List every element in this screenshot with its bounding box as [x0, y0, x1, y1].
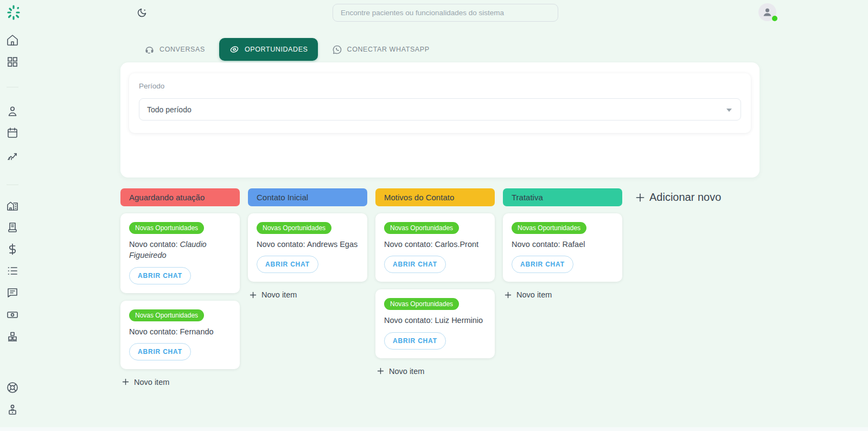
contact-name: Fernando [180, 327, 214, 336]
funnel-icon [229, 44, 240, 55]
chat-icon[interactable] [6, 286, 19, 299]
plus-icon [376, 367, 385, 375]
receipt-icon[interactable] [6, 221, 19, 234]
plus-icon [635, 192, 646, 203]
card-title: Novo contato: Luiz Herminio [384, 315, 486, 326]
abrir-chat-button[interactable]: ABRIR CHAT [129, 343, 191, 360]
card-badge: Novas Oportunidades [129, 222, 204, 234]
kanban-column: Motivos do Contato Novas Oportunidades N… [375, 188, 495, 376]
chevron-down-icon [726, 109, 732, 112]
column-header: Aguardando atuação [120, 188, 240, 206]
abrir-chat-button[interactable]: ABRIR CHAT [512, 256, 573, 273]
column-header: Contato Inicial [248, 188, 367, 206]
kanban-card[interactable]: Novas Oportunidades Novo contato: Fernan… [120, 301, 240, 369]
add-column-button[interactable]: Adicionar novo [635, 188, 721, 204]
plus-icon [504, 291, 512, 299]
card-title: Novo contato: Carlos.Pront [384, 239, 486, 250]
card-title: Novo contato: Fernando [129, 326, 231, 337]
kanban-board: Aguardando atuação Novas Oportunidades N… [120, 188, 721, 386]
period-filter-card: Período Todo período [129, 73, 751, 133]
kanban-card[interactable]: Novas Oportunidades Novo contato: Claudi… [120, 213, 240, 293]
card-badge: Novas Oportunidades [129, 309, 204, 321]
contact-name: Rafael [563, 240, 585, 249]
card-badge: Novas Oportunidades [384, 298, 459, 310]
period-selected-value: Todo período [147, 105, 192, 114]
abrir-chat-button[interactable]: ABRIR CHAT [384, 256, 446, 273]
card-title: Novo contato: Rafael [512, 239, 614, 250]
new-item-button[interactable]: Novo item [504, 290, 622, 299]
plus-icon [249, 291, 257, 299]
user-silhouette-icon [762, 7, 773, 18]
contact-name: Andrews Egas [307, 240, 358, 249]
contact-name: Luiz Herminio [435, 316, 483, 325]
tab-label: CONECTAR WHATSAPP [347, 46, 430, 53]
sidebar-divider [7, 185, 18, 185]
card-badge: Novas Oportunidades [384, 222, 459, 234]
avatar[interactable] [758, 3, 776, 21]
kanban-card[interactable]: Novas Oportunidades Novo contato: Andrew… [248, 213, 367, 282]
stats-icon[interactable] [6, 149, 19, 162]
sidebar-divider [7, 87, 18, 87]
abrir-chat-button[interactable]: ABRIR CHAT [129, 267, 191, 284]
plus-icon [122, 378, 130, 386]
tab-conversas[interactable]: CONVERSAS [137, 39, 213, 60]
clinic-icon[interactable] [6, 199, 19, 212]
tab-conectar-whatsapp[interactable]: CONECTAR WHATSAPP [324, 39, 437, 60]
column-header: Tratativa [503, 188, 622, 206]
boxes-icon[interactable] [6, 330, 19, 343]
app-logo [5, 4, 22, 21]
worker-icon[interactable] [6, 403, 19, 416]
dashboard-icon[interactable] [6, 55, 19, 68]
sidebar [0, 0, 26, 431]
card-badge: Novas Oportunidades [512, 222, 586, 234]
new-item-button[interactable]: Novo item [249, 290, 367, 299]
dark-mode-icon[interactable] [136, 7, 148, 18]
period-label: Período [139, 82, 164, 90]
abrir-chat-button[interactable]: ABRIR CHAT [257, 256, 318, 273]
new-item-button[interactable]: Novo item [376, 367, 495, 376]
contact-name: Carlos.Pront [435, 240, 479, 249]
card-title: Novo contato: Andrews Egas [257, 239, 359, 250]
period-select[interactable]: Todo período [139, 98, 741, 121]
home-icon[interactable] [6, 34, 19, 47]
tab-bar: CONVERSAS OPORTUNIDADES CONECTAR WHATSAP… [137, 37, 437, 61]
search-input[interactable] [333, 4, 558, 22]
user-icon[interactable] [6, 105, 19, 118]
kanban-card[interactable]: Novas Oportunidades Novo contato: Carlos… [375, 213, 495, 282]
whatsapp-icon [332, 45, 342, 55]
kanban-card[interactable]: Novas Oportunidades Novo contato: Rafael… [503, 213, 622, 282]
column-header: Motivos do Contato [375, 188, 495, 206]
kanban-card[interactable]: Novas Oportunidades Novo contato: Luiz H… [375, 289, 495, 358]
horizontal-scrollbar[interactable] [0, 427, 868, 431]
card-badge: Novas Oportunidades [257, 222, 331, 234]
dollar-icon[interactable] [6, 243, 19, 256]
help-icon[interactable] [6, 381, 19, 394]
tab-label: CONVERSAS [159, 46, 205, 53]
support-agent-icon [144, 45, 155, 55]
list-icon[interactable] [6, 264, 19, 277]
tab-oportunidades[interactable]: OPORTUNIDADES [219, 38, 318, 61]
new-item-button[interactable]: Novo item [122, 378, 240, 386]
online-status-dot [772, 16, 777, 21]
card-title: Novo contato: Claudio Figueiredo [129, 239, 231, 261]
kanban-column: Aguardando atuação Novas Oportunidades N… [120, 188, 240, 386]
kanban-column: Tratativa Novas Oportunidades Novo conta… [503, 188, 622, 299]
tab-label: OPORTUNIDADES [245, 46, 308, 53]
abrir-chat-button[interactable]: ABRIR CHAT [384, 332, 446, 350]
kanban-column: Contato Inicial Novas Oportunidades Novo… [248, 188, 367, 299]
money-icon[interactable] [6, 308, 19, 321]
filter-panel: Período Todo período [120, 62, 760, 178]
calendar-icon[interactable] [6, 126, 19, 140]
